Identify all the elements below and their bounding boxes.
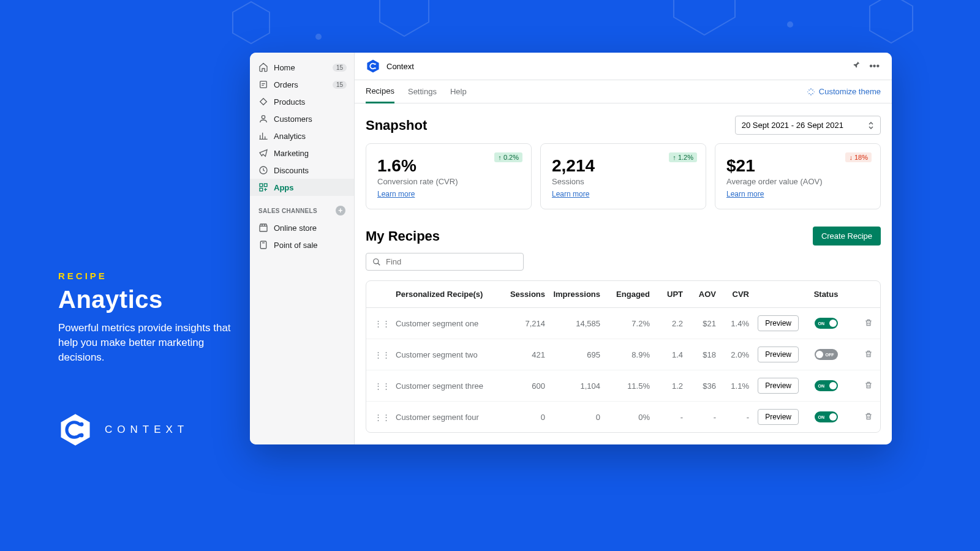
create-recipe-button[interactable]: Create Recipe bbox=[813, 227, 881, 246]
main-panel: Context ••• Recipes Settings Help Custom… bbox=[354, 53, 892, 444]
svg-point-0 bbox=[316, 34, 321, 39]
search-input[interactable] bbox=[386, 257, 517, 266]
app-title: Context bbox=[386, 62, 845, 71]
brand-logo: CONTEXT bbox=[58, 413, 189, 447]
promo-kicker: RECIPE bbox=[58, 271, 242, 281]
svg-point-14 bbox=[374, 258, 379, 263]
search-box[interactable] bbox=[366, 253, 524, 271]
learn-more-link[interactable]: Learn more bbox=[726, 190, 764, 198]
status-toggle[interactable]: ON bbox=[815, 411, 838, 422]
recipe-name: Customer segment one bbox=[393, 319, 498, 328]
sidebar-section-header: SALES CHANNELS + bbox=[250, 196, 354, 219]
date-range-picker[interactable]: 20 Sept 2021 - 26 Sept 2021 bbox=[735, 116, 881, 135]
svg-point-13 bbox=[374, 67, 375, 69]
drag-handle-icon[interactable]: ⋮⋮ bbox=[371, 319, 393, 328]
sidebar-item-discounts[interactable]: Discounts bbox=[250, 162, 354, 179]
channel-point-of-sale[interactable]: Point of sale bbox=[250, 236, 354, 253]
channel-online-store[interactable]: Online store bbox=[250, 219, 354, 236]
sidebar-item-apps[interactable]: Apps bbox=[250, 179, 354, 196]
delete-icon[interactable] bbox=[851, 350, 875, 360]
svg-rect-4 bbox=[260, 81, 267, 88]
badge: 15 bbox=[333, 64, 347, 72]
tab-recipes[interactable]: Recipes bbox=[366, 80, 394, 103]
snapshot-card: ↑ 1.2%2,214SessionsLearn more bbox=[540, 143, 706, 209]
drag-handle-icon[interactable]: ⋮⋮ bbox=[371, 413, 393, 422]
apps-icon bbox=[258, 182, 268, 192]
status-toggle[interactable]: ON bbox=[815, 380, 838, 391]
pin-icon[interactable] bbox=[851, 59, 862, 73]
sidebar-item-products[interactable]: Products bbox=[250, 93, 354, 110]
discounts-icon bbox=[258, 165, 268, 175]
metric-label: Sessions bbox=[552, 177, 695, 186]
products-icon bbox=[258, 97, 268, 107]
sidebar-item-marketing[interactable]: Marketing bbox=[250, 144, 354, 162]
delete-icon[interactable] bbox=[851, 381, 875, 391]
sidebar-item-customers[interactable]: Customers bbox=[250, 110, 354, 127]
sidebar-item-analytics[interactable]: Analytics bbox=[250, 127, 354, 144]
promo-title: Anaytics bbox=[58, 286, 242, 313]
sidebar-item-orders[interactable]: Orders15 bbox=[250, 76, 354, 93]
promo-body: Powerful metrics provide insights that h… bbox=[58, 321, 242, 364]
app-icon bbox=[366, 59, 380, 73]
recipe-name: Customer segment two bbox=[393, 350, 498, 359]
analytics-icon bbox=[258, 131, 268, 141]
store-icon bbox=[258, 240, 268, 250]
snapshot-card: ↑ 0.2%1.6%Conversion rate (CVR)Learn mor… bbox=[366, 143, 532, 209]
search-icon bbox=[372, 258, 381, 266]
tabbar: Recipes Settings Help Customize theme bbox=[355, 80, 892, 103]
svg-rect-7 bbox=[260, 184, 263, 187]
delete-icon[interactable] bbox=[851, 412, 875, 422]
change-badge: ↑ 0.2% bbox=[494, 152, 522, 162]
svg-rect-8 bbox=[264, 184, 267, 187]
table-row: ⋮⋮Customer segment one7,21414,5857.2%2.2… bbox=[366, 308, 880, 339]
brand-name: CONTEXT bbox=[105, 424, 189, 436]
svg-point-12 bbox=[374, 63, 375, 64]
preview-button[interactable]: Preview bbox=[758, 409, 799, 425]
change-badge: ↓ 18% bbox=[845, 152, 872, 162]
learn-more-link[interactable]: Learn more bbox=[377, 190, 415, 198]
recipe-name: Customer segment four bbox=[393, 413, 498, 422]
drag-handle-icon[interactable]: ⋮⋮ bbox=[371, 381, 393, 391]
preview-button[interactable]: Preview bbox=[758, 315, 799, 331]
delete-icon[interactable] bbox=[851, 318, 875, 329]
preview-button[interactable]: Preview bbox=[758, 347, 799, 362]
table-row: ⋮⋮Customer segment two4216958.9%1.4$182.… bbox=[366, 339, 880, 370]
drag-handle-icon[interactable]: ⋮⋮ bbox=[371, 350, 393, 359]
svg-rect-11 bbox=[260, 241, 266, 249]
recipe-name: Customer segment three bbox=[393, 381, 498, 391]
sidebar-item-home[interactable]: Home15 bbox=[250, 59, 354, 76]
status-toggle[interactable]: ON bbox=[815, 318, 838, 329]
store-icon bbox=[258, 223, 268, 233]
svg-point-1 bbox=[788, 22, 793, 27]
status-toggle[interactable]: OFF bbox=[815, 349, 838, 360]
table-row: ⋮⋮Customer segment three6001,10411.5%1.2… bbox=[366, 370, 880, 402]
customize-theme-link[interactable]: Customize theme bbox=[807, 87, 881, 96]
select-arrows-icon bbox=[868, 121, 874, 130]
sparkle-icon bbox=[807, 88, 815, 96]
sidebar: Home15Orders15ProductsCustomersAnalytics… bbox=[250, 53, 354, 444]
table-row: ⋮⋮Customer segment four000%---PreviewON bbox=[366, 402, 880, 432]
orders-icon bbox=[258, 80, 268, 89]
recipes-title: My Recipes bbox=[366, 228, 440, 244]
home-icon bbox=[258, 62, 268, 72]
svg-point-3 bbox=[80, 433, 84, 438]
svg-point-5 bbox=[262, 116, 265, 119]
tab-help[interactable]: Help bbox=[450, 81, 467, 102]
preview-button[interactable]: Preview bbox=[758, 378, 799, 394]
tab-settings[interactable]: Settings bbox=[408, 81, 437, 102]
metric-label: Average order value (AOV) bbox=[726, 177, 869, 186]
metric-label: Conversion rate (CVR) bbox=[377, 177, 520, 186]
badge: 15 bbox=[333, 81, 347, 89]
more-menu-icon[interactable]: ••• bbox=[868, 59, 881, 73]
svg-point-2 bbox=[80, 422, 84, 427]
context-hex-icon bbox=[58, 413, 92, 447]
add-channel-button[interactable]: + bbox=[336, 206, 345, 216]
learn-more-link[interactable]: Learn more bbox=[552, 190, 589, 198]
content-area: Snapshot 20 Sept 2021 - 26 Sept 2021 ↑ 0… bbox=[355, 103, 892, 444]
promo-block: RECIPE Anaytics Powerful metrics provide… bbox=[58, 271, 242, 364]
change-badge: ↑ 1.2% bbox=[669, 152, 697, 162]
svg-rect-9 bbox=[260, 188, 263, 191]
app-window: Home15Orders15ProductsCustomersAnalytics… bbox=[250, 53, 892, 444]
customers-icon bbox=[258, 114, 268, 124]
marketing-icon bbox=[258, 148, 268, 158]
